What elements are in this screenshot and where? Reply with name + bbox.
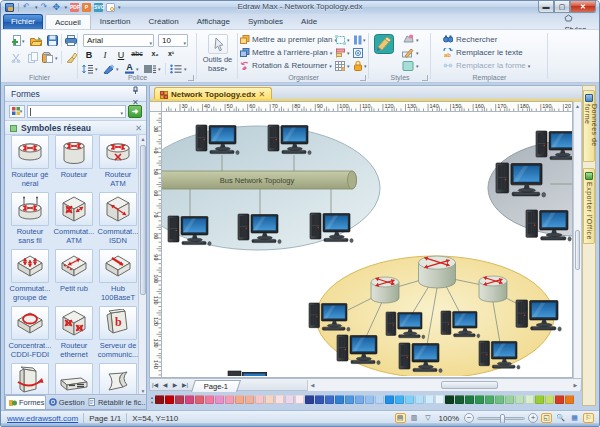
first-page-button[interactable]: |◀ bbox=[150, 381, 160, 388]
ribbon-tab-création[interactable]: Création bbox=[139, 14, 187, 29]
computer-shape[interactable] bbox=[386, 312, 425, 339]
subscript-button[interactable]: x₂ bbox=[148, 50, 162, 57]
palette-color-23[interactable] bbox=[375, 395, 384, 404]
search-go-button[interactable]: ➜ bbox=[128, 105, 142, 118]
styles-dialog-launcher[interactable] bbox=[422, 75, 428, 81]
shapes-search-input[interactable]: ▾ bbox=[27, 105, 126, 118]
maximize-button[interactable]: ▢ bbox=[554, 1, 570, 13]
palette-color-37[interactable] bbox=[515, 395, 524, 404]
file-menu-button[interactable]: Fichier bbox=[3, 14, 43, 29]
view-presentation-button[interactable]: ▽ bbox=[423, 413, 434, 423]
bold-button[interactable]: B bbox=[82, 50, 96, 60]
palette-color-27[interactable] bbox=[415, 395, 424, 404]
palette-color-15[interactable] bbox=[295, 395, 304, 404]
panel-tab-gestion[interactable]: Gestion bbox=[46, 395, 85, 409]
panel-tab-formes[interactable]: Formes bbox=[5, 395, 46, 409]
strikethrough-button[interactable]: abc bbox=[130, 50, 144, 57]
palette-color-38[interactable] bbox=[525, 395, 534, 404]
stencil-shape-3[interactable] bbox=[99, 135, 137, 169]
prev-page-button[interactable]: ◀ bbox=[160, 381, 170, 388]
router-shape[interactable] bbox=[371, 277, 399, 303]
stencil-scrollbar[interactable]: ▲ ▼ bbox=[138, 135, 146, 396]
palette-color-39[interactable] bbox=[535, 395, 544, 404]
find-button[interactable]: Rechercher bbox=[443, 35, 497, 44]
panel-tab-retablir[interactable]: Rétablir le fic... bbox=[85, 395, 146, 409]
group-dropdown[interactable]: ▾ bbox=[347, 37, 350, 43]
bring-to-front-button[interactable]: Mettre au premier plan▾ bbox=[238, 35, 337, 44]
stencil-shape-10[interactable] bbox=[11, 306, 49, 340]
computer-shape[interactable] bbox=[309, 303, 350, 331]
palette-color-4[interactable] bbox=[185, 395, 194, 404]
computer-shape[interactable] bbox=[496, 163, 546, 197]
superscript-button[interactable]: x¹ bbox=[164, 50, 178, 57]
minimize-button[interactable]: ▬ bbox=[538, 1, 554, 13]
text-align-button[interactable] bbox=[144, 63, 156, 74]
export-office-tab[interactable]: Exporter l'Office bbox=[583, 168, 595, 244]
close-button[interactable]: ✕ bbox=[570, 1, 596, 13]
page-tab[interactable]: Page-1 bbox=[191, 380, 241, 392]
font-name-combo[interactable]: Arial▾ bbox=[83, 34, 154, 47]
underline-button[interactable]: U bbox=[114, 50, 128, 60]
palette-color-40[interactable] bbox=[545, 395, 554, 404]
stencil-shape-5[interactable] bbox=[55, 192, 93, 226]
palette-color-25[interactable] bbox=[395, 395, 404, 404]
zoom-area-button[interactable]: 🔍 bbox=[555, 413, 566, 423]
text-highlight-button[interactable] bbox=[103, 63, 115, 74]
stencil-section-header[interactable]: Symboles réseau ✕ bbox=[5, 120, 146, 135]
police-dialog-launcher[interactable] bbox=[188, 75, 194, 81]
palette-color-41[interactable] bbox=[555, 395, 564, 404]
line-spacing-button[interactable] bbox=[82, 63, 94, 74]
palette-color-24[interactable] bbox=[385, 395, 394, 404]
next-page-button[interactable]: ▶ bbox=[170, 381, 180, 388]
align-shapes-button[interactable] bbox=[335, 48, 346, 58]
palette-color-7[interactable] bbox=[215, 395, 224, 404]
text-highlight-dropdown[interactable]: ▾ bbox=[116, 66, 119, 72]
palette-color-26[interactable] bbox=[405, 395, 414, 404]
shape-data-tab[interactable]: Données de forme bbox=[583, 90, 595, 162]
palette-color-14[interactable] bbox=[285, 395, 294, 404]
center-canvas-button[interactable] bbox=[353, 48, 363, 58]
distribute-button[interactable] bbox=[353, 35, 362, 45]
palette-color-31[interactable] bbox=[455, 395, 464, 404]
bullets-dropdown[interactable]: ▾ bbox=[184, 66, 187, 72]
computer-shape[interactable] bbox=[441, 311, 480, 338]
stencil-shape-2[interactable] bbox=[55, 135, 93, 169]
palette-color-3[interactable] bbox=[175, 395, 184, 404]
palette-color-8[interactable] bbox=[225, 395, 234, 404]
line-style-button[interactable] bbox=[402, 48, 414, 58]
last-page-button[interactable]: ▶| bbox=[180, 381, 190, 388]
fill-style-button[interactable] bbox=[402, 61, 414, 71]
paste-button[interactable] bbox=[42, 52, 53, 63]
view-normal-button[interactable]: ▤ bbox=[395, 413, 406, 423]
palette-color-16[interactable] bbox=[305, 395, 314, 404]
bullets-button[interactable] bbox=[170, 63, 182, 74]
partial-monitor[interactable] bbox=[242, 372, 267, 376]
grid-guides-button[interactable] bbox=[335, 61, 346, 71]
computer-shape[interactable] bbox=[399, 343, 442, 373]
palette-color-32[interactable] bbox=[465, 395, 474, 404]
stencil-scroll-up-icon[interactable]: ▲ bbox=[139, 135, 147, 144]
palette-color-17[interactable] bbox=[315, 395, 324, 404]
ribbon-tab-affichage[interactable]: Affichage bbox=[188, 14, 239, 29]
stencil-scroll-thumb[interactable] bbox=[140, 145, 146, 295]
computer-shape[interactable] bbox=[337, 335, 380, 365]
stencil-shape-13[interactable] bbox=[11, 363, 49, 396]
font-name-dropdown-icon[interactable]: ▾ bbox=[149, 38, 152, 49]
computer-shape[interactable] bbox=[310, 213, 353, 243]
italic-button[interactable]: I bbox=[98, 50, 112, 60]
hscroll-left-icon[interactable]: ◀ bbox=[308, 380, 317, 391]
zoom-slider[interactable] bbox=[477, 417, 525, 420]
fit-page-button[interactable]: ◱ bbox=[541, 413, 552, 423]
palette-color-9[interactable] bbox=[235, 395, 244, 404]
base-tools-button[interactable]: Outils debase▾ bbox=[199, 33, 236, 80]
stencil-shape-14[interactable] bbox=[55, 363, 93, 396]
palette-color-19[interactable] bbox=[335, 395, 344, 404]
palette-color-28[interactable] bbox=[425, 395, 434, 404]
palette-color-30[interactable] bbox=[445, 395, 454, 404]
print-button[interactable] bbox=[65, 35, 77, 46]
bus-shape[interactable]: Bus Network Topology bbox=[162, 171, 357, 189]
send-to-back-button[interactable]: Mettre à l'arrière-plan▾ bbox=[238, 48, 332, 57]
computer-shape[interactable] bbox=[238, 214, 281, 244]
zoom-out-button[interactable]: − bbox=[464, 413, 474, 423]
stencil-shape-9[interactable] bbox=[99, 249, 137, 283]
